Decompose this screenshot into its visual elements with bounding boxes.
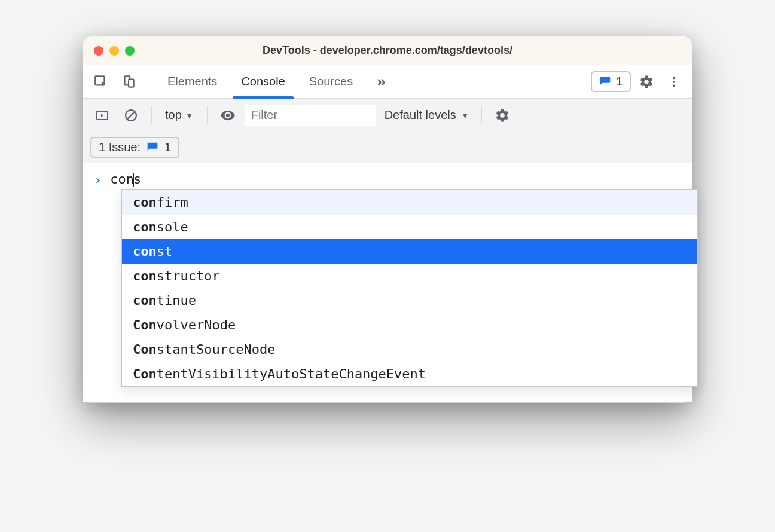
tab-console[interactable]: Console <box>229 65 297 98</box>
autocomplete-item[interactable]: ConvolverNode <box>122 313 697 337</box>
window-title: DevTools - developer.chrome.com/tags/dev… <box>83 44 692 57</box>
context-selector[interactable]: top ▼ <box>160 108 199 122</box>
divider <box>151 106 152 124</box>
console-settings-gear-icon[interactable] <box>490 103 514 127</box>
issue-icon <box>147 142 158 154</box>
toggle-sidebar-icon[interactable] <box>90 103 114 127</box>
chevron-down-icon: ▼ <box>185 111 194 120</box>
issues-badge-count: 1 <box>616 75 623 88</box>
main-tabs: Elements Console Sources » 1 <box>83 65 692 99</box>
svg-line-8 <box>127 112 135 119</box>
levels-label: Default levels <box>385 108 456 122</box>
autocomplete-item[interactable]: constructor <box>122 264 697 288</box>
filter-input[interactable] <box>245 105 376 126</box>
prompt-chevron-icon: › <box>94 172 102 187</box>
close-window-button[interactable] <box>94 46 103 56</box>
issues-pill[interactable]: 1 Issue: 1 <box>90 137 179 158</box>
live-expression-icon[interactable] <box>216 103 240 127</box>
traffic-lights <box>94 46 135 56</box>
autocomplete-item[interactable]: ContentVisibilityAutoStateChangeEvent <box>122 362 697 386</box>
minimize-window-button[interactable] <box>109 46 119 56</box>
autocomplete-item[interactable]: confirm <box>122 190 697 215</box>
autocomplete-item[interactable]: ConstantSourceNode <box>122 337 697 362</box>
divider <box>148 73 148 91</box>
inspect-element-icon[interactable] <box>89 70 113 94</box>
issues-bar: 1 Issue: 1 <box>83 132 692 163</box>
more-menu-icon[interactable] <box>662 70 686 94</box>
tab-elements[interactable]: Elements <box>155 65 229 98</box>
context-label: top <box>165 108 182 122</box>
issues-badge[interactable]: 1 <box>591 71 631 92</box>
more-tabs-icon[interactable]: » <box>368 72 393 91</box>
maximize-window-button[interactable] <box>125 46 135 56</box>
autocomplete-item[interactable]: continue <box>122 288 697 313</box>
issues-label: 1 Issue: <box>99 140 141 154</box>
clear-console-icon[interactable] <box>119 103 143 127</box>
divider <box>207 106 208 124</box>
device-toggle-icon[interactable] <box>117 70 141 94</box>
svg-point-3 <box>673 77 675 79</box>
autocomplete-item[interactable]: const <box>122 239 697 264</box>
prompt-input[interactable]: cons <box>110 172 141 187</box>
console-prompt[interactable]: › cons <box>83 169 692 189</box>
svg-point-4 <box>673 81 675 83</box>
divider <box>481 106 482 124</box>
console-toolbar: top ▼ Default levels ▼ <box>83 99 692 132</box>
issues-pill-count: 1 <box>164 140 171 154</box>
issue-icon <box>599 76 611 88</box>
titlebar: DevTools - developer.chrome.com/tags/dev… <box>83 36 692 65</box>
chevron-down-icon: ▼ <box>461 111 469 120</box>
svg-rect-2 <box>129 79 134 87</box>
console-output: › cons confirmconsoleconstconstructorcon… <box>83 163 692 402</box>
devtools-window: DevTools - developer.chrome.com/tags/dev… <box>83 36 692 403</box>
svg-point-5 <box>673 84 675 87</box>
autocomplete-popup: confirmconsoleconstconstructorcontinueCo… <box>121 189 698 387</box>
log-levels-selector[interactable]: Default levels ▼ <box>381 108 473 122</box>
tab-list: Elements Console Sources <box>155 65 365 98</box>
autocomplete-item[interactable]: console <box>122 215 697 239</box>
tab-sources[interactable]: Sources <box>297 65 365 98</box>
settings-gear-icon[interactable] <box>634 70 658 94</box>
